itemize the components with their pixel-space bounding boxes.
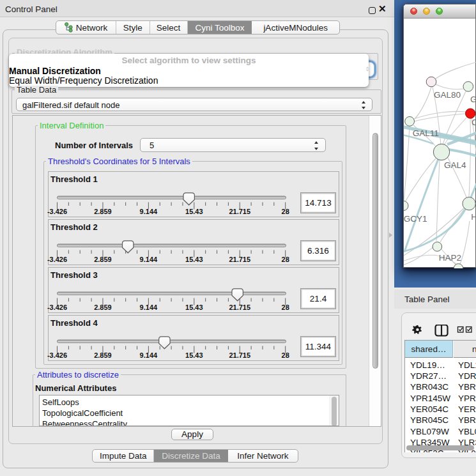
svg-text:CY: CY (472, 118, 476, 127)
svg-text:HAP2: HAP2 (439, 253, 461, 263)
svg-text:GA: GA (470, 95, 476, 104)
svg-text:GCY1: GCY1 (404, 214, 427, 224)
svg-text:GAL80: GAL80 (434, 90, 461, 100)
svg-text:GAL11: GAL11 (413, 128, 439, 138)
svg-text:GAL4: GAL4 (444, 160, 466, 170)
svg-text:H: H (471, 212, 476, 222)
